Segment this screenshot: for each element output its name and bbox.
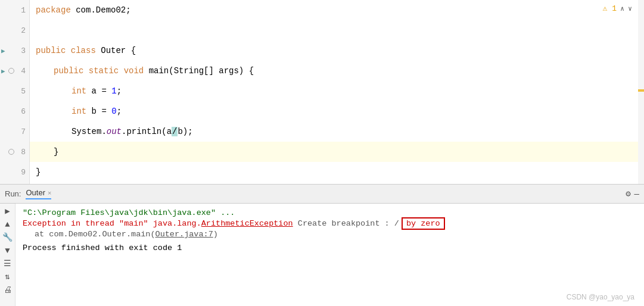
run-toolbar-right: ⚙ — [626,189,639,199]
output-line-2: Exception in thread "main" java.lang.Ari… [23,217,637,230]
exception-suffix: Create breakpoint : / [293,219,399,228]
line-5: 5 [0,81,29,101]
line-8: 8 [0,142,29,162]
code-line-7: System.out.println(a/b); [30,121,644,142]
breakpoint-8[interactable] [8,149,14,155]
code-line-1: package com.Demo02; [30,0,644,20]
play-button[interactable]: ▶ [5,207,10,216]
expand-arrow-4[interactable]: ▶ [1,67,5,75]
run-tab-outer[interactable]: Outer × [26,188,51,199]
run-panel: Run: Outer × ⚙ — ▶ ▲ 🔧 ▼ ☰ ⇅ 🖨 "C:\Progr… [0,185,644,306]
breakpoint-4[interactable] [8,68,14,74]
code-editor: 1 2 ▶ 3 ▶ 4 5 6 7 8 9 ⚠ 1 ∧ ∨ package co… [0,0,644,185]
output-line-1: "C:\Program Files\java\jdk\bin\java.exe"… [23,208,637,217]
format-icon[interactable]: ☰ [4,260,11,268]
warning-icon[interactable]: ⚠ 1 [603,4,617,13]
code-line-5: int a = 1; [30,81,644,101]
run-body: ▶ ▲ 🔧 ▼ ☰ ⇅ 🖨 "C:\Program Files\java\jdk… [0,204,644,306]
code-line-3: public class Outer { [30,40,644,61]
editor-indicators: ⚠ 1 ∧ ∨ [603,4,632,13]
scroll-up-button[interactable]: ▲ [5,220,10,229]
code-line-8: } [30,142,644,162]
line-4: ▶ 4 [0,61,29,81]
editor-scrollbar[interactable] [638,0,644,184]
nav-arrows[interactable]: ∧ ∨ [620,5,632,13]
line-2: 2 [0,20,29,40]
line-7: 7 [0,121,29,142]
code-line-2 [30,20,644,40]
run-tab-name: Outer [26,188,45,197]
by-zero-highlight: by zero [402,217,445,230]
scroll-down-button[interactable]: ▼ [5,246,10,255]
run-sidebar: ▶ ▲ 🔧 ▼ ☰ ⇅ 🖨 [0,204,15,306]
stack-trace-link[interactable]: Outer.java:7 [155,230,213,239]
line-number-gutter: 1 2 ▶ 3 ▶ 4 5 6 7 8 9 [0,0,30,184]
scrollbar-marker [638,89,644,92]
exception-class[interactable]: ArithmeticException [201,219,293,228]
code-line-9: } [30,162,644,182]
settings-icon[interactable]: ⚙ [626,189,630,199]
output-line-4: Process finished with exit code 1 [23,243,637,252]
line-6: 6 [0,101,29,121]
minimize-icon[interactable]: — [634,189,639,199]
output-line-3: at com.Demo02.Outer.main(Outer.java:7) [23,230,637,239]
run-tab-close[interactable]: × [48,189,51,196]
code-text-area: ⚠ 1 ∧ ∨ package com.Demo02; public class… [30,0,644,184]
wrench-icon[interactable]: 🔧 [2,233,13,242]
line-3: ▶ 3 [0,40,29,61]
run-header: Run: Outer × ⚙ — [0,185,644,204]
csdn-watermark: CSDN @yao_yao_ya [567,293,634,301]
run-label: Run: [5,189,21,198]
line-9: 9 [0,162,29,182]
expand-arrow-3[interactable]: ▶ [1,47,5,55]
line-1: 1 [0,0,29,20]
run-output: "C:\Program Files\java\jdk\bin\java.exe"… [15,204,644,306]
exception-prefix: Exception in thread "main" java.lang. [23,219,201,228]
code-line-6: int b = 0; [30,101,644,121]
print-icon[interactable]: 🖨 [4,286,12,294]
code-line-4: public static void main(String[] args) { [30,61,644,81]
sort-icon[interactable]: ⇅ [5,273,10,281]
